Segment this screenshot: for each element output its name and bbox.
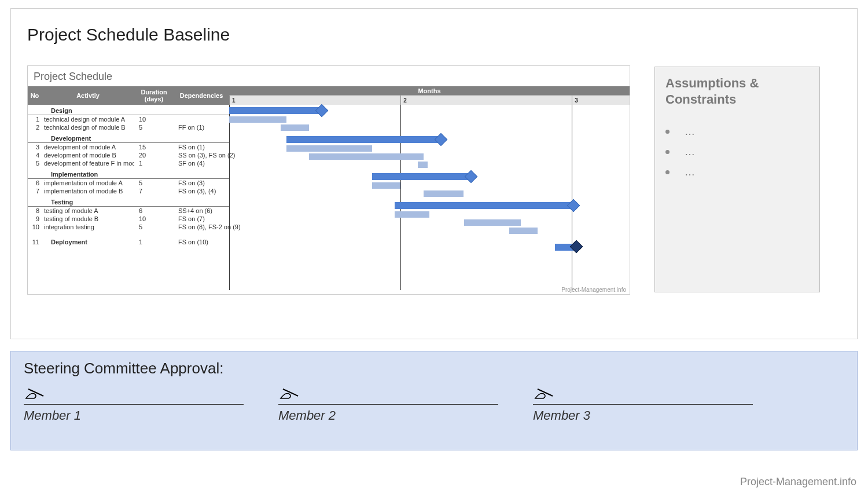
table-header-left: No Activtiy Duration (days) Dependencies [28,86,229,105]
group-row: Development [28,134,229,143]
task-table: Design 1technical design of module A10 2… [28,105,229,302]
signature-icon [278,383,301,401]
task-bar-7 [424,190,464,197]
task-bar-3 [286,145,372,152]
signature-label: Member 1 [24,408,244,423]
task-bar-2 [281,124,309,131]
group-row: Testing [28,197,229,207]
months-label: Months [229,86,630,96]
month-divider [229,105,230,290]
group-name: Testing [42,199,134,206]
summary-bar-development [286,136,439,143]
summary-bar-testing [395,202,572,209]
signature-row: Member 1 Member 2 Member 3 [24,383,844,423]
task-bar-10 [509,228,538,234]
signature-block: Member 2 [278,383,498,423]
month-3: 3 [572,96,630,105]
table-row: 9testing of module B10FS on (7) [28,215,229,223]
signature-icon [24,383,47,401]
col-header-activity: Activtiy [42,86,134,105]
table-row: 11Deployment1FS on (10) [28,238,229,246]
col-header-dependencies: Dependencies [174,86,229,105]
approval-title: Steering Committee Approval: [24,360,844,377]
list-item: … [665,146,809,158]
assumptions-card: Assumptions & Constraints … … … [654,67,820,292]
summary-bar-implementation [372,173,469,180]
schedule-card: Project Schedule No Activtiy Duration (d… [27,65,630,295]
table-row: 8testing of module A6SS+4 on (6) [28,207,229,215]
milestone-icon [464,170,477,184]
month-2: 2 [400,96,572,105]
signature-block: Member 3 [533,383,753,423]
task-bar-6 [372,182,400,189]
task-bar-1 [229,116,286,123]
table-row: 4development of module B20SS on (3), FS … [28,151,229,159]
approval-panel: Steering Committee Approval: Member 1 Me… [10,351,858,450]
footer-attribution: Project-Management.info [740,476,856,488]
signature-line [24,404,244,405]
signature-icon [533,383,556,401]
table-row: 5development of feature F in module B1SF… [28,159,229,167]
assumptions-title: Assumptions & Constraints [665,75,809,107]
group-row: Design [28,106,229,115]
list-item: … [665,166,809,178]
task-bar-4 [309,153,424,160]
col-header-no: No [28,86,42,105]
signature-block: Member 1 [24,383,244,423]
gantt-header: Months 1 2 3 [229,86,630,105]
group-row: Implementation [28,170,229,179]
signature-line [278,404,498,405]
task-bar-8 [395,211,429,218]
month-divider [572,105,572,290]
signature-label: Member 2 [278,408,498,423]
list-item: … [665,126,809,138]
month-divider [400,105,401,290]
table-row: 1technical design of module A10 [28,115,229,123]
table-row: 3development of module A15FS on (1) [28,143,229,151]
group-name: Development [42,135,134,142]
main-panel: Project Schedule Baseline Project Schedu… [10,8,858,339]
schedule-card-title: Project Schedule [28,66,630,86]
gantt-chart [229,105,630,302]
group-name: Implementation [42,171,134,178]
table-row: 10integration testing5FS on (8), FS-2 on… [28,223,229,231]
page-title: Project Schedule Baseline [27,25,230,45]
milestone-icon [567,199,580,212]
milestone-icon [434,133,447,146]
signature-line [533,404,753,405]
task-bar-9 [464,219,521,226]
assumptions-list: … … … [665,126,809,178]
schedule-headers: No Activtiy Duration (days) Dependencies… [28,86,630,105]
table-row: 2technical design of module B5FF on (1) [28,123,229,131]
milestone-icon [315,104,329,118]
card-attribution: Project-Management.info [561,287,626,293]
col-header-duration: Duration (days) [134,86,174,105]
signature-label: Member 3 [533,408,753,423]
summary-bar-design [229,107,321,114]
table-row: 7implementation of module B7FS on (3), (… [28,187,229,195]
task-bar-5 [418,162,428,168]
month-1: 1 [229,96,400,105]
group-name: Design [42,107,134,114]
months-row: 1 2 3 [229,96,630,105]
schedule-body: Design 1technical design of module A10 2… [28,105,630,302]
table-row: 6implementation of module A5FS on (3) [28,179,229,187]
